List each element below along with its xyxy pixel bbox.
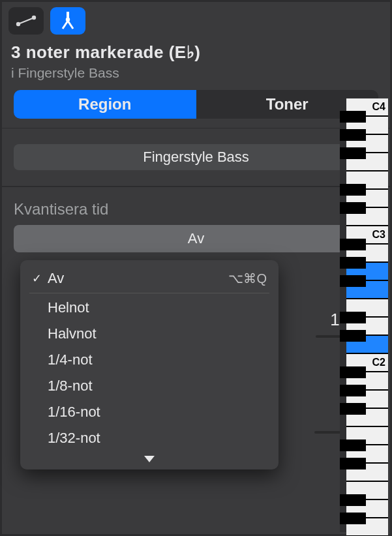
svg-line-6: [68, 21, 73, 29]
black-key[interactable]: [340, 458, 366, 469]
black-key[interactable]: [340, 513, 366, 524]
black-key[interactable]: [340, 385, 366, 396]
quantize-menu-item[interactable]: Helnot: [20, 295, 279, 321]
menu-scroll-down[interactable]: [20, 451, 279, 467]
automation-button[interactable]: [8, 7, 44, 35]
black-key[interactable]: [340, 275, 366, 287]
quantize-menu-item-off[interactable]: ✓ Av ⌥⌘Q: [20, 265, 279, 291]
quantize-menu-item[interactable]: 1/16-not: [20, 399, 279, 425]
flex-button[interactable]: [50, 7, 85, 35]
quantize-dropdown: ✓ Av ⌥⌘Q Helnot Halvnot 1/4-not 1/8-not …: [20, 260, 279, 469]
black-key[interactable]: [340, 147, 366, 159]
page-subtitle: i Fingerstyle Bass: [11, 65, 381, 81]
menu-item-label: Av: [48, 270, 228, 287]
menu-divider: [29, 293, 269, 293]
black-key[interactable]: [340, 257, 366, 269]
chevron-down-icon: [144, 456, 155, 462]
svg-line-2: [20, 18, 33, 23]
black-key[interactable]: [340, 366, 366, 378]
octave-label: C4: [372, 101, 385, 113]
menu-item-label: 1/16-not: [48, 404, 267, 421]
svg-point-1: [32, 16, 36, 20]
black-key[interactable]: [340, 330, 366, 342]
black-key[interactable]: [340, 312, 366, 323]
black-key[interactable]: [340, 439, 366, 451]
menu-item-label: Helnot: [48, 299, 267, 316]
menu-item-label: 1/4-not: [48, 351, 267, 368]
menu-item-label: 1/32-not: [48, 430, 267, 447]
flex-icon: [59, 11, 76, 31]
quantize-menu-item[interactable]: Halvnot: [20, 321, 279, 347]
svg-point-0: [16, 22, 20, 26]
view-segmented: Region Toner: [14, 90, 378, 119]
black-key[interactable]: [340, 494, 366, 506]
quantize-popup[interactable]: Av: [14, 225, 378, 252]
page-title: 3 noter markerade (E♭): [11, 42, 381, 63]
black-key[interactable]: [340, 184, 366, 196]
octave-label: C3: [372, 229, 385, 241]
menu-item-label: 1/8-not: [48, 378, 267, 395]
black-key[interactable]: [340, 239, 366, 250]
svg-line-5: [63, 21, 68, 29]
automation-icon: [15, 14, 37, 28]
checkmark-icon: ✓: [32, 271, 48, 286]
menu-item-label: Halvnot: [48, 325, 267, 342]
quantize-label: Kvantisera tid: [14, 200, 378, 218]
quantize-menu-item[interactable]: 1/32-not: [20, 425, 279, 451]
black-key[interactable]: [340, 202, 366, 214]
black-key[interactable]: [340, 129, 366, 141]
piano-keyboard[interactable]: C4C3C2: [340, 98, 388, 532]
octave-label: C2: [372, 357, 385, 368]
quantize-selected: Av: [188, 230, 204, 247]
keyboard-shortcut: ⌥⌘Q: [228, 271, 267, 286]
quantize-menu-item[interactable]: 1/8-not: [20, 373, 279, 399]
black-key[interactable]: [340, 111, 366, 123]
region-name-field[interactable]: Fingerstyle Bass: [14, 144, 378, 170]
tab-region[interactable]: Region: [14, 90, 196, 119]
black-key[interactable]: [340, 403, 366, 415]
quantize-menu-item[interactable]: 1/4-not: [20, 347, 279, 373]
